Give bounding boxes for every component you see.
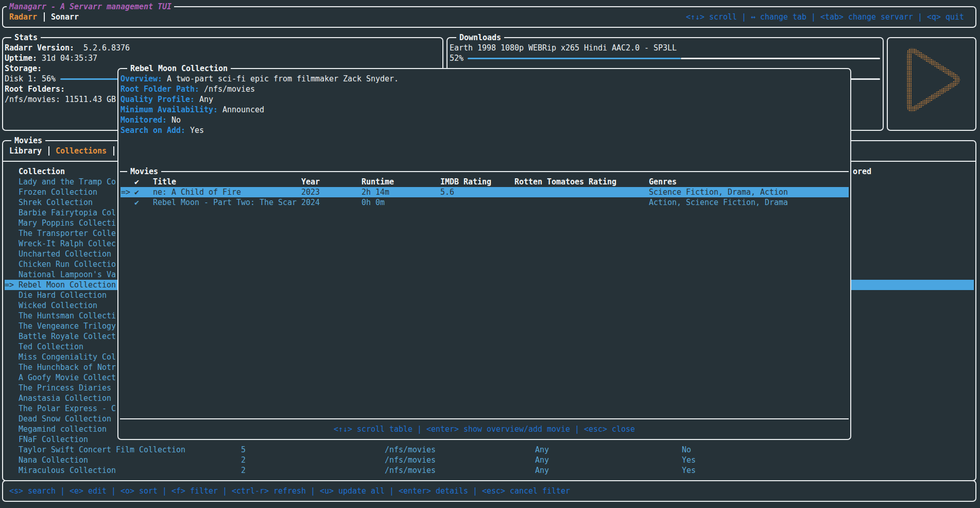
- field-monitored-label: Monitored:: [121, 115, 167, 125]
- movie-row[interactable]: ✔ Rebel Moon - Part Two: The Scar 2024 0…: [121, 197, 849, 208]
- collection-name: The Transporter Colle: [19, 228, 116, 239]
- collection-name: Megamind collection: [19, 424, 107, 434]
- collection-search-on-add: Yes: [682, 455, 696, 465]
- help-bar-keybindings: <s> search | <e> edit | <o> sort | <f> f…: [9, 486, 570, 496]
- field-quality-profile-label: Quality Profile:: [121, 95, 195, 104]
- download-gauge-filled: [468, 58, 681, 59]
- movie-genres: Science Fiction, Drama, Action: [649, 187, 788, 197]
- field-root-folder-value: /nfs/movies: [204, 84, 255, 94]
- collection-movie-count: 2: [241, 455, 246, 465]
- collection-name: Uncharted Collection: [19, 249, 111, 259]
- collection-name: Die Hard Collection: [19, 290, 107, 300]
- stat-disk-label: Disk 1:: [5, 74, 42, 83]
- monitored-column-header-partial: ored: [853, 166, 871, 177]
- stat-version-label: Radarr Version:: [5, 43, 74, 53]
- collection-name: Shrek Collection: [19, 197, 93, 208]
- tab-radarr[interactable]: Radarr: [9, 12, 37, 22]
- field-overview-label: Overview:: [121, 74, 162, 83]
- download-item-title: Earth 1998 1080p WEBRip x265 Hindi AAC2.…: [450, 43, 677, 53]
- column-imdb-rating: IMDB Rating: [440, 177, 491, 187]
- movie-monitored-check: ✔: [134, 197, 139, 208]
- movie-title: ne: A Child of Fire: [153, 187, 241, 197]
- movie-runtime: 0h 0m: [362, 197, 385, 208]
- field-monitored-value: No: [171, 115, 181, 125]
- collection-name: Frozen Collection: [19, 187, 97, 197]
- collection-name: The Polar Express - C: [19, 403, 116, 414]
- collection-root-folder: /nfs/movies: [385, 445, 436, 455]
- collection-row[interactable]: Nana Collection 2 /nfs/movies Any Yes: [5, 455, 974, 465]
- tab-separator: [48, 146, 49, 156]
- selected-row-marker: =>: [5, 280, 14, 290]
- stat-uptime-value: 31d 04:35:37: [42, 53, 97, 63]
- collection-name: Dead Snow Collection: [19, 414, 111, 424]
- field-search-on-add-label: Search on Add:: [121, 126, 185, 135]
- collection-name: Wicked Collection: [19, 300, 97, 311]
- movie-row[interactable]: => ✔ ne: A Child of Fire 2023 2h 14m 5.6…: [121, 187, 849, 197]
- tab-collections[interactable]: Collections: [56, 146, 107, 156]
- field-monitored: Monitored:No: [121, 115, 167, 125]
- collection-quality-profile: Any: [535, 455, 549, 465]
- stat-disk-percent: 56%: [42, 74, 56, 83]
- tab-library[interactable]: Library: [9, 146, 42, 156]
- modal-title: Rebel Moon Collection: [127, 63, 231, 74]
- collection-name: Nana Collection: [19, 455, 88, 465]
- movie-runtime: 2h 14m: [362, 187, 389, 197]
- collection-name: Anastasia Collection: [19, 393, 111, 403]
- field-root-folder-label: Root Folder Path:: [121, 84, 199, 94]
- movie-year: 2023: [301, 187, 320, 197]
- collection-quality-profile: Any: [535, 465, 549, 476]
- field-overview-value: A two-part sci-fi epic from filmmaker Za…: [167, 74, 399, 84]
- stat-uptime-label: Uptime:: [5, 54, 37, 63]
- app-title: Managarr - A Servarr management TUI: [7, 2, 174, 12]
- collection-name: The Huntsman Collecti: [19, 311, 116, 321]
- field-quality-profile: Quality Profile:Any: [121, 94, 195, 105]
- movies-panel-title: Movies: [11, 136, 45, 146]
- movie-imdb-rating: 5.6: [440, 187, 454, 197]
- stat-version-value: 5.2.6.8376: [83, 43, 130, 53]
- modal-table-title: Movies: [127, 166, 161, 177]
- collection-root-folder: /nfs/movies: [385, 465, 436, 476]
- collection-name: The Vengeance Trilogy: [19, 321, 116, 331]
- stat-storage-label: Storage:: [5, 63, 42, 74]
- field-search-on-add-value: Yes: [190, 125, 204, 136]
- collection-name: The Hunchback of Notr: [19, 362, 116, 372]
- field-minimum-availability-label: Minimum Availability:: [121, 105, 218, 114]
- collection-name: Barbie Fairytopia Col: [19, 208, 116, 218]
- downloads-panel-title: Downloads: [456, 32, 504, 43]
- global-keybindings: <↑↓> scroll | ↔ change tab | <tab> chang…: [686, 12, 964, 22]
- collection-name: Lady and the Tramp Co: [19, 177, 116, 187]
- movie-genres: Action, Science Fiction, Drama: [649, 197, 788, 208]
- tab-sonarr[interactable]: Sonarr: [51, 12, 79, 22]
- tab-separator: [44, 12, 45, 22]
- collection-name: FNaF Collection: [19, 434, 88, 445]
- field-overview: Overview:A two-part sci-fi epic from fil…: [121, 74, 162, 84]
- collection-name: Taylor Swift Concert Film Collection: [19, 445, 185, 455]
- collection-search-on-add: Yes: [682, 465, 696, 476]
- collection-name: Wreck-It Ralph Collec: [19, 239, 116, 249]
- stat-disk: Disk 1: 56%: [5, 74, 56, 84]
- collection-movie-count: 5: [241, 445, 246, 455]
- collection-name: Battle Royale Collect: [19, 331, 116, 342]
- field-root-folder: Root Folder Path:/nfs/movies: [121, 84, 199, 94]
- field-quality-profile-value: Any: [199, 94, 213, 105]
- collection-name: Ted Collection: [19, 342, 83, 352]
- collection-name: The Princess Diaries: [19, 383, 111, 393]
- field-search-on-add: Search on Add:Yes: [121, 125, 185, 136]
- collection-row[interactable]: Miraculous Collection 2 /nfs/movies Any …: [5, 465, 974, 476]
- movie-year: 2024: [301, 197, 320, 208]
- collection-name: Chicken Run Collectio: [19, 259, 116, 269]
- stat-version: Radarr Version:5.2.6.8376: [5, 43, 74, 53]
- field-minimum-availability-value: Announced: [222, 105, 264, 115]
- column-runtime: Runtime: [362, 177, 394, 187]
- column-title: Title: [153, 177, 176, 187]
- download-item-percent: 52%: [450, 53, 463, 63]
- collection-row[interactable]: Taylor Swift Concert Film Collection 5 /…: [5, 445, 974, 455]
- collection-search-on-add: No: [682, 445, 691, 455]
- collection-name: National Lampoon's Va: [19, 269, 116, 280]
- selected-row-marker: =>: [121, 187, 130, 197]
- collection-name: Rebel Moon Collection: [19, 280, 116, 290]
- stat-root-folders-label: Root Folders:: [5, 84, 65, 94]
- modal-table-header: ✔ Title Year Runtime IMDB Rating Rotten …: [121, 177, 849, 187]
- managarr-play-logo-icon: [902, 44, 963, 115]
- download-gauge-track: [681, 58, 880, 59]
